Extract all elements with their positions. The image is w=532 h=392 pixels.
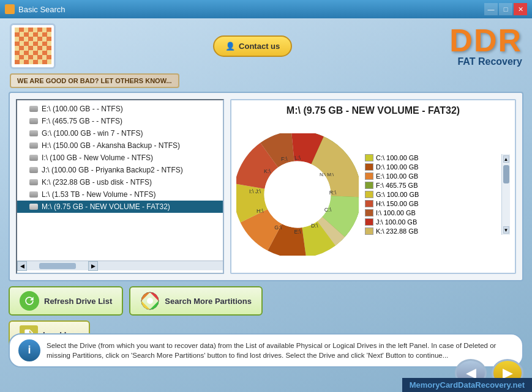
legend-item: G:\ 100.00 GB bbox=[365, 191, 501, 198]
scroll-left-arrow[interactable]: ◀ bbox=[17, 261, 27, 271]
minimize-button[interactable]: — bbox=[484, 3, 498, 15]
drive-list-item[interactable]: G:\ (100.00 GB - win 7 - NTFS) bbox=[17, 127, 223, 139]
refresh-svg bbox=[23, 295, 36, 307]
drive-list-item[interactable]: K:\ (232.88 GB - usb disk - NTFS) bbox=[17, 176, 223, 188]
search-partitions-label: Search More Partitions bbox=[165, 297, 252, 306]
legend-item: D:\ 100.00 GB bbox=[365, 163, 501, 171]
drive-list-item[interactable]: L:\ (1.53 TB - New Volume - NTFS) bbox=[17, 188, 223, 201]
legend-color-box bbox=[365, 218, 373, 226]
chart-area: M:\ (9.75 GB - NEW VOLUME - FAT32) bbox=[230, 99, 516, 274]
legend-item: J:\ 100.00 GB bbox=[365, 218, 501, 226]
drive-icon bbox=[29, 118, 38, 124]
legend-item: F:\ 465.75 GB bbox=[365, 182, 501, 189]
drive-label: M:\ (9.75 GB - NEW VOLUME - FAT32) bbox=[42, 202, 170, 211]
drive-list-item[interactable]: I:\ (100 GB - New Volume - NTFS) bbox=[17, 152, 223, 164]
scrollbar-thumb[interactable] bbox=[39, 263, 76, 269]
legend-item: C:\ 100.00 GB bbox=[365, 154, 501, 161]
svg-text:D:\: D:\ bbox=[311, 223, 318, 229]
chart-scrollbar-thumb[interactable] bbox=[503, 165, 509, 183]
legend-label: E:\ 100.00 GB bbox=[376, 172, 418, 180]
svg-text:K:\: K:\ bbox=[264, 168, 271, 174]
scroll-down-arrow[interactable]: ▼ bbox=[503, 226, 509, 234]
logo-box bbox=[10, 23, 56, 69]
social-text: WE ARE GOOD OR BAD? LET OTHERS KNOW... bbox=[17, 77, 172, 84]
donut-chart: L:\ N:\ M:\ R:\ C:\ D:\ E:\ G:\ H:\ I:\ … bbox=[236, 133, 359, 256]
drive-label: L:\ (1.53 TB - New Volume - NTFS) bbox=[42, 190, 156, 199]
buttons-row: Refresh Drive List Search More Partition… bbox=[9, 286, 523, 316]
drive-icon bbox=[29, 191, 38, 198]
svg-text:H:\: H:\ bbox=[257, 208, 264, 214]
drive-list-item[interactable]: H:\ (150.00 GB - Akansha Backup - NTFS) bbox=[17, 139, 223, 152]
drive-list: E:\ (100.00 GB - - NTFS)F:\ (465.75 GB -… bbox=[17, 100, 223, 261]
titlebar: Basic Search — □ ✕ bbox=[0, 0, 532, 18]
legend-label: D:\ 100.00 GB bbox=[376, 163, 419, 171]
drive-list-item[interactable]: J:\ (100.00 GB - Priyanka Backup2 - NTFS… bbox=[17, 164, 223, 176]
donut-svg: L:\ N:\ M:\ R:\ C:\ D:\ E:\ G:\ H:\ I:\ … bbox=[236, 133, 359, 256]
legend-color-box bbox=[365, 182, 373, 189]
chart-scrollbar[interactable]: ▲ ▼ bbox=[501, 154, 510, 235]
svg-text:G:\: G:\ bbox=[274, 224, 282, 231]
drive-list-item[interactable]: E:\ (100.00 GB - - NTFS) bbox=[17, 103, 223, 115]
refresh-label: Refresh Drive List bbox=[44, 297, 112, 306]
svg-text:E:\: E:\ bbox=[294, 229, 301, 235]
contact-label: Contact us bbox=[239, 42, 280, 51]
drive-label: I:\ (100 GB - New Volume - NTFS) bbox=[42, 153, 153, 162]
info-icon: i bbox=[18, 339, 40, 361]
svg-text:L:\: L:\ bbox=[294, 155, 301, 161]
drive-icon bbox=[29, 179, 38, 185]
drive-label: H:\ (150.00 GB - Akansha Backup - NTFS) bbox=[42, 141, 180, 150]
drive-label: F:\ (465.75 GB - - NTFS) bbox=[42, 117, 122, 125]
chart-title: M:\ (9.75 GB - NEW VOLUME - FAT32) bbox=[287, 105, 460, 116]
ddr-branding: DDR FAT Recovery bbox=[449, 24, 522, 67]
main-bg: 👤 Contact us DDR FAT Recovery WE ARE GOO… bbox=[0, 18, 532, 392]
horizontal-scrollbar[interactable]: ◀ ▶ bbox=[17, 261, 223, 270]
partition-icon bbox=[140, 291, 160, 311]
drive-icon bbox=[29, 130, 38, 136]
drive-list-item[interactable]: F:\ (465.75 GB - - NTFS) bbox=[17, 115, 223, 127]
legend-color-box bbox=[365, 209, 373, 216]
legend-color-box bbox=[365, 191, 373, 198]
partition-svg bbox=[140, 291, 160, 311]
svg-text:I:\ J:\: I:\ J:\ bbox=[249, 188, 261, 194]
header: 👤 Contact us DDR FAT Recovery bbox=[0, 18, 532, 73]
drive-icon bbox=[29, 167, 38, 173]
svg-text:N:\ M:\: N:\ M:\ bbox=[320, 172, 334, 177]
status-bar: i Select the Drive (from which you want … bbox=[9, 333, 523, 368]
status-text: Select the Drive (from which you want to… bbox=[47, 341, 514, 360]
drive-list-item[interactable]: M:\ (9.75 GB - NEW VOLUME - FAT32) bbox=[17, 201, 223, 213]
legend-color-box bbox=[365, 227, 373, 235]
search-partitions-button[interactable]: Search More Partitions bbox=[129, 286, 263, 316]
close-button[interactable]: ✕ bbox=[514, 3, 527, 15]
footer-brand: MemoryCardDataRecovery.net bbox=[402, 378, 532, 392]
app-icon bbox=[5, 4, 15, 14]
drive-label: G:\ (100.00 GB - win 7 - NTFS) bbox=[42, 129, 143, 138]
legend-color-box bbox=[365, 172, 373, 180]
legend-with-scroll: C:\ 100.00 GBD:\ 100.00 GBE:\ 100.00 GBF… bbox=[365, 154, 510, 235]
brand-text: MemoryCardDataRecovery.net bbox=[410, 380, 525, 390]
legend-item: K:\ 232.88 GB bbox=[365, 227, 501, 235]
ddr-title: DDR bbox=[449, 24, 522, 56]
drive-label: J:\ (100.00 GB - Priyanka Backup2 - NTFS… bbox=[42, 166, 183, 174]
drive-list-container: E:\ (100.00 GB - - NTFS)F:\ (465.75 GB -… bbox=[16, 99, 224, 274]
contact-button[interactable]: 👤 Contact us bbox=[213, 35, 292, 57]
refresh-icon bbox=[20, 291, 39, 311]
svg-point-25 bbox=[147, 298, 153, 304]
titlebar-left: Basic Search bbox=[5, 4, 66, 14]
legend-label: G:\ 100.00 GB bbox=[376, 191, 419, 198]
svg-text:C:\: C:\ bbox=[324, 207, 332, 213]
social-banner: WE ARE GOOD OR BAD? LET OTHERS KNOW... bbox=[10, 73, 179, 88]
legend-label: F:\ 465.75 GB bbox=[376, 182, 418, 189]
titlebar-controls: — □ ✕ bbox=[484, 3, 527, 15]
drive-label: E:\ (100.00 GB - - NTFS) bbox=[42, 105, 123, 113]
drive-icon bbox=[29, 155, 38, 161]
fat-subtitle: FAT Recovery bbox=[449, 56, 522, 67]
refresh-drive-button[interactable]: Refresh Drive List bbox=[9, 286, 123, 316]
legend-color-box bbox=[365, 200, 373, 207]
scroll-up-arrow[interactable]: ▲ bbox=[503, 155, 509, 163]
scroll-right-arrow[interactable]: ▶ bbox=[88, 261, 98, 271]
legend-item: I:\ 100.00 GB bbox=[365, 209, 501, 216]
legend-color-box bbox=[365, 163, 373, 171]
legend-label: C:\ 100.00 GB bbox=[376, 154, 419, 161]
svg-text:F:\: F:\ bbox=[281, 156, 288, 162]
maximize-button[interactable]: □ bbox=[499, 3, 512, 15]
